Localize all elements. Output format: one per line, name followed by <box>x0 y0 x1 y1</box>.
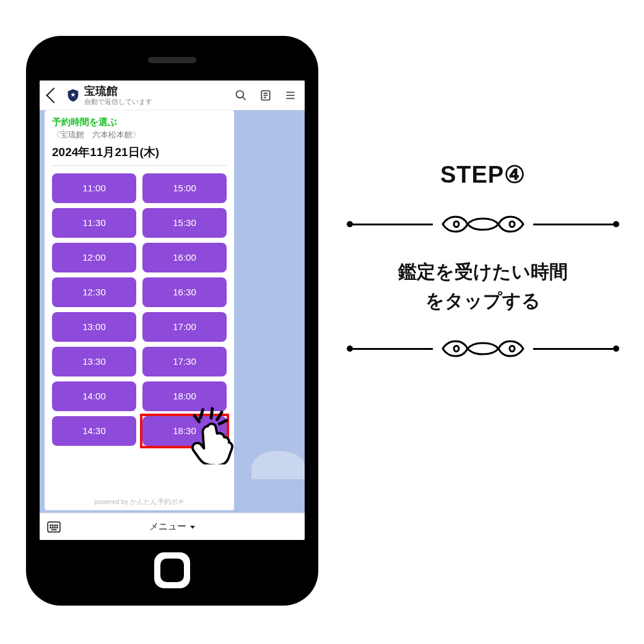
svg-point-19 <box>57 524 58 525</box>
instruction-panel: STEP④ 鑑定を受けたい時間 をタップする <box>347 161 619 370</box>
time-grid: 11:0015:0011:3015:3012:0016:0012:3016:30… <box>52 173 227 494</box>
time-slot-button[interactable]: 13:00 <box>52 312 136 342</box>
instruction-line1: 鑑定を受けたい時間 <box>398 261 568 282</box>
time-slot-button[interactable]: 13:30 <box>52 347 136 376</box>
svg-point-21 <box>52 527 53 528</box>
ornament-bottom <box>347 336 619 361</box>
menu-button[interactable]: メニュー <box>149 521 195 533</box>
ornament-top <box>347 212 619 237</box>
divider <box>52 165 227 166</box>
reservation-card: 予約時間を選ぶ 〈宝琉館 六本松本館〉 2024年11月21日(木) 11:00… <box>45 110 234 510</box>
svg-point-18 <box>54 524 55 525</box>
svg-point-23 <box>57 527 58 528</box>
menu-icon[interactable] <box>284 89 297 102</box>
chat-header: 宝琉館 自動で返信しています <box>40 80 305 110</box>
chat-footer: メニュー <box>40 513 305 540</box>
instruction-line2: をタップする <box>425 290 541 311</box>
time-slot-button[interactable]: 16:00 <box>142 243 227 272</box>
svg-point-1 <box>237 91 244 98</box>
card-heading: 予約時間を選ぶ <box>52 116 227 128</box>
card-location: 〈宝琉館 六本松本館〉 <box>52 129 227 141</box>
time-slot-button[interactable]: 17:00 <box>142 312 227 342</box>
phone-frame: 宝琉館 自動で返信しています <box>26 36 318 606</box>
svg-point-22 <box>54 527 55 528</box>
svg-rect-15 <box>48 521 60 531</box>
note-icon[interactable] <box>259 89 272 102</box>
keyboard-icon[interactable] <box>47 521 61 533</box>
time-slot-button[interactable]: 12:30 <box>52 277 136 307</box>
time-slot-button[interactable]: 14:30 <box>52 416 136 446</box>
time-slot-button[interactable]: 11:00 <box>52 173 136 203</box>
phone-screen: 宝琉館 自動で返信しています <box>40 80 305 540</box>
search-icon[interactable] <box>234 89 248 102</box>
time-slot-button[interactable]: 14:00 <box>52 381 136 411</box>
svg-point-20 <box>50 527 51 528</box>
home-button[interactable] <box>154 552 190 588</box>
time-slot-button[interactable]: 15:30 <box>142 208 227 238</box>
back-icon[interactable] <box>46 88 61 103</box>
chat-subtitle: 自動で返信しています <box>84 98 223 106</box>
instruction-text: 鑑定を受けたい時間 をタップする <box>347 258 619 315</box>
time-slot-button[interactable]: 15:00 <box>142 173 227 203</box>
chat-body: 予約時間を選ぶ 〈宝琉館 六本松本館〉 2024年11月21日(木) 11:00… <box>40 110 305 513</box>
time-slot-button[interactable]: 18:00 <box>142 381 227 411</box>
time-slot-button[interactable]: 16:30 <box>142 277 227 307</box>
svg-point-17 <box>52 524 53 525</box>
svg-line-2 <box>243 97 246 100</box>
powered-by: powered by かんたん予約ポチ <box>52 494 227 507</box>
time-slot-button[interactable]: 18:30 <box>142 416 227 446</box>
card-date: 2024年11月21日(木) <box>52 144 227 160</box>
time-slot-button[interactable]: 12:00 <box>52 243 136 272</box>
step-label: STEP④ <box>347 161 619 188</box>
shield-icon <box>67 89 79 102</box>
phone-speaker <box>148 57 196 63</box>
background-cloud <box>251 451 305 479</box>
svg-point-16 <box>50 524 51 525</box>
chat-title: 宝琉館 <box>84 85 223 98</box>
time-slot-button[interactable]: 17:30 <box>142 347 227 376</box>
time-slot-button[interactable]: 11:30 <box>52 208 136 238</box>
